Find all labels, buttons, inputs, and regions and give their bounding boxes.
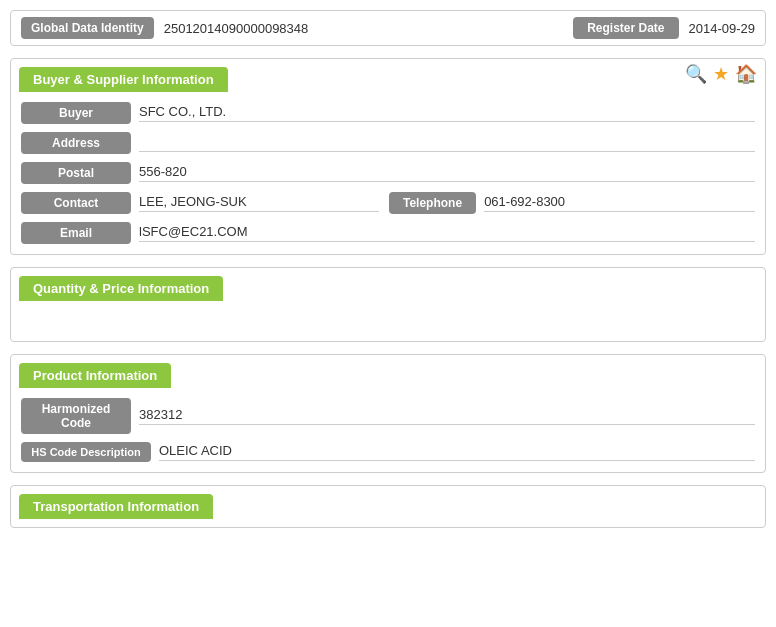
hs-code-desc-label: HS Code Description (21, 442, 151, 462)
postal-label: Postal (21, 162, 131, 184)
postal-value: 556-820 (139, 164, 755, 182)
global-data-label: Global Data Identity (21, 17, 154, 39)
address-row: Address (21, 132, 755, 154)
hs-code-desc-value: OLEIC ACID (159, 443, 755, 461)
register-date-label: Register Date (573, 17, 678, 39)
address-label: Address (21, 132, 131, 154)
contact-label: Contact (21, 192, 131, 214)
home-icon[interactable]: 🏠 (735, 63, 757, 85)
action-icons: 🔍 ★ 🏠 (685, 59, 765, 89)
contact-value: LEE, JEONG-SUK (139, 194, 379, 212)
product-info-section: Product Information Harmonized Code 3823… (10, 354, 766, 473)
buyer-label: Buyer (21, 102, 131, 124)
register-date-value: 2014-09-29 (689, 21, 756, 36)
star-icon[interactable]: ★ (713, 63, 729, 85)
email-row: Email lSFC@EC21.COM (21, 222, 755, 244)
search-icon[interactable]: 🔍 (685, 63, 707, 85)
telephone-value: 061-692-8300 (484, 194, 755, 212)
global-data-bar: Global Data Identity 2501201409000009834… (10, 10, 766, 46)
global-data-value: 25012014090000098348 (164, 21, 573, 36)
product-info-body: Harmonized Code 382312 HS Code Descripti… (11, 388, 765, 472)
buyer-supplier-section: Buyer & Supplier Information 🔍 ★ 🏠 Buyer… (10, 58, 766, 255)
email-label: Email (21, 222, 131, 244)
telephone-label: Telephone (389, 192, 476, 214)
quantity-price-section: Quantity & Price Information (10, 267, 766, 342)
buyer-value: SFC CO., LTD. (139, 104, 755, 122)
product-info-header: Product Information (19, 363, 171, 388)
harmonized-code-value: 382312 (139, 407, 755, 425)
harmonized-code-row: Harmonized Code 382312 (21, 398, 755, 434)
contact-row: Contact LEE, JEONG-SUK Telephone 061-692… (21, 192, 755, 214)
buyer-supplier-body: Buyer SFC CO., LTD. Address Postal 556-8… (11, 92, 765, 254)
email-value: lSFC@EC21.COM (139, 224, 755, 242)
quantity-price-header: Quantity & Price Information (19, 276, 223, 301)
quantity-price-body (11, 301, 765, 341)
address-value (139, 134, 755, 152)
transportation-header: Transportation Information (19, 494, 213, 519)
buyer-supplier-header: Buyer & Supplier Information (19, 67, 228, 92)
buyer-row: Buyer SFC CO., LTD. (21, 102, 755, 124)
postal-row: Postal 556-820 (21, 162, 755, 184)
harmonized-code-label: Harmonized Code (21, 398, 131, 434)
hs-code-desc-row: HS Code Description OLEIC ACID (21, 442, 755, 462)
transportation-section: Transportation Information (10, 485, 766, 528)
